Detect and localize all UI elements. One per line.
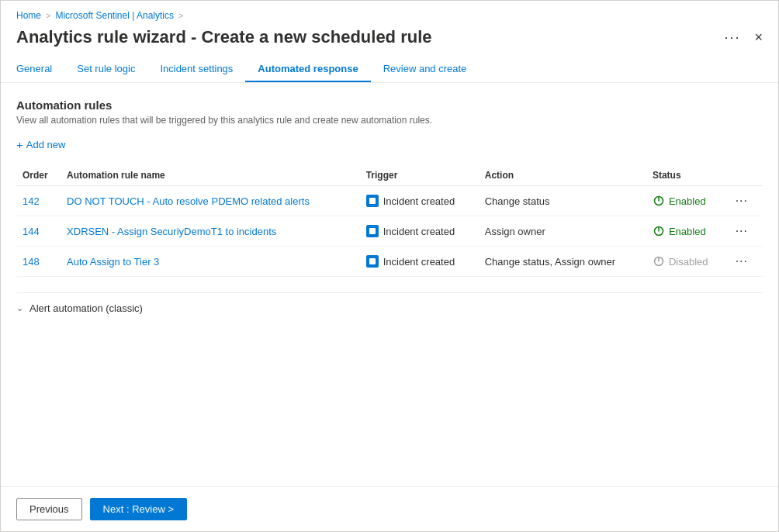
alert-automation-label: Alert automation (classic) [29, 302, 143, 314]
breadcrumb: Home > Microsoft Sentinel | Analytics > [16, 10, 763, 21]
trigger-icon [366, 225, 379, 237]
table-row: 148 Auto Assign to Tier 3 Incident creat… [16, 247, 763, 277]
trigger-cell: Incident created [366, 225, 473, 237]
status-cell: Enabled [653, 225, 720, 237]
row-menu-button[interactable]: ··· [732, 223, 751, 240]
row-menu-button[interactable]: ··· [732, 192, 751, 209]
wizard-tabs: General Set rule logic Incident settings… [16, 57, 763, 82]
svg-rect-0 [369, 198, 376, 204]
tab-incident-settings[interactable]: Incident settings [147, 57, 245, 82]
automation-rules-table: Order Automation rule name Trigger Actio… [16, 165, 763, 277]
action-cell: Change status, Assign owner [479, 247, 646, 277]
section-title: Automation rules [16, 98, 763, 112]
breadcrumb-sep1: > [46, 11, 50, 20]
trigger-cell: Incident created [366, 195, 473, 207]
status-label: Enabled [669, 195, 706, 207]
tab-general[interactable]: General [16, 57, 64, 82]
trigger-label: Incident created [383, 256, 455, 268]
status-icon-disabled [653, 255, 665, 268]
status-label: Enabled [669, 226, 706, 237]
close-button[interactable]: × [754, 30, 763, 44]
status-icon-enabled [653, 225, 665, 237]
previous-button[interactable]: Previous [16, 498, 82, 520]
trigger-icon [366, 195, 379, 207]
breadcrumb-home[interactable]: Home [16, 10, 41, 21]
chevron-down-icon: ⌄ [16, 303, 23, 313]
breadcrumb-sentinel[interactable]: Microsoft Sentinel | Analytics [55, 10, 174, 21]
status-icon-enabled [653, 195, 665, 207]
col-order: Order [16, 165, 61, 186]
svg-rect-3 [369, 228, 376, 234]
trigger-cell: Incident created [366, 255, 473, 268]
table-row: 142 DO NOT TOUCH - Auto resolve PDEMO re… [16, 186, 763, 216]
rule-name-link[interactable]: DO NOT TOUCH - Auto resolve PDEMO relate… [67, 195, 310, 207]
wizard-footer: Previous Next : Review > [1, 486, 778, 531]
plus-icon: + [16, 138, 23, 151]
status-cell: Disabled [653, 255, 720, 268]
more-options-button[interactable]: ··· [719, 28, 745, 47]
tab-set-rule-logic[interactable]: Set rule logic [64, 57, 147, 82]
breadcrumb-sep2: > [178, 11, 183, 20]
tab-review-and-create[interactable]: Review and create [371, 57, 480, 82]
trigger-icon [366, 255, 379, 268]
svg-rect-6 [369, 258, 376, 264]
col-action: Action [479, 165, 646, 186]
status-cell: Enabled [653, 195, 720, 207]
tab-automated-response[interactable]: Automated response [245, 57, 370, 82]
trigger-label: Incident created [383, 226, 455, 237]
page-title: Analytics rule wizard - Create a new sch… [16, 27, 432, 47]
add-new-button[interactable]: + Add new [16, 135, 65, 154]
alert-automation-section: ⌄ Alert automation (classic) [16, 292, 763, 314]
order-link[interactable]: 148 [23, 256, 40, 268]
order-link[interactable]: 142 [23, 195, 40, 207]
rule-name-link[interactable]: XDRSEN - Assign SecuriyDemoT1 to inciden… [67, 226, 276, 237]
col-trigger: Trigger [360, 165, 479, 186]
next-button[interactable]: Next : Review > [90, 498, 187, 520]
status-label: Disabled [669, 256, 708, 268]
action-cell: Assign owner [479, 216, 646, 247]
action-cell: Change status [479, 186, 646, 216]
rule-name-link[interactable]: Auto Assign to Tier 3 [67, 256, 159, 268]
order-link[interactable]: 144 [23, 226, 40, 237]
col-rule-name: Automation rule name [61, 165, 360, 186]
row-menu-button[interactable]: ··· [732, 253, 751, 270]
add-new-label: Add new [26, 139, 66, 150]
section-description: View all automation rules that will be t… [16, 115, 763, 126]
alert-automation-header[interactable]: ⌄ Alert automation (classic) [16, 302, 763, 314]
table-row: 144 XDRSEN - Assign SecuriyDemoT1 to inc… [16, 216, 763, 247]
main-content: Automation rules View all automation rul… [1, 83, 778, 486]
col-menu [726, 165, 763, 186]
col-status: Status [646, 165, 726, 186]
trigger-label: Incident created [383, 195, 455, 207]
